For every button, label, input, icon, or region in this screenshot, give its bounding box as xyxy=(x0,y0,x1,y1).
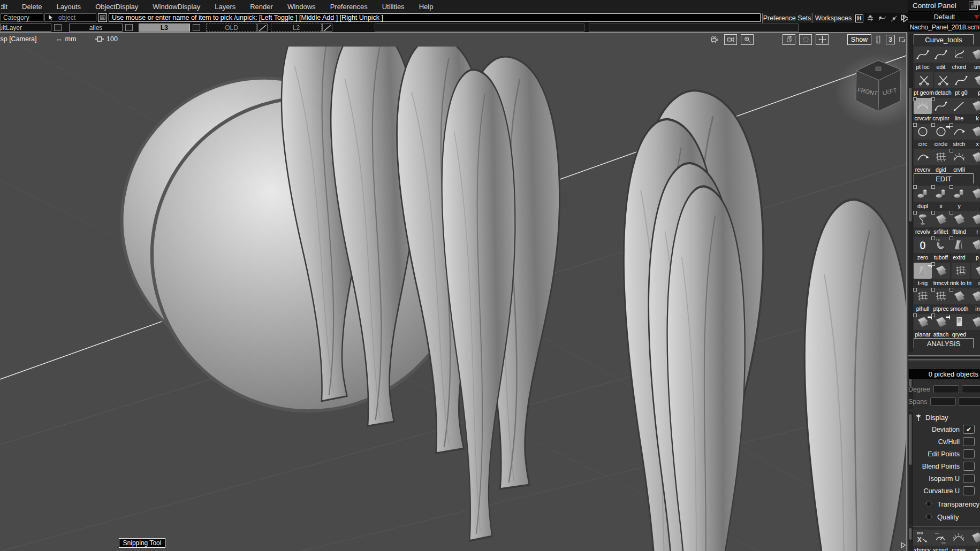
tool-pt-loc[interactable]: pt loc xyxy=(914,45,932,71)
tool-p[interactable]: p xyxy=(968,235,980,261)
tool-detach[interactable]: detach xyxy=(934,71,952,96)
preference-sets-button[interactable]: Preference Sets xyxy=(762,13,812,23)
tool-tuboff[interactable]: tuboff xyxy=(932,235,950,261)
tool-clipped[interactable] xyxy=(968,184,980,210)
spans-input-1[interactable] xyxy=(930,397,956,405)
layer-l2-visibility-icon[interactable] xyxy=(322,24,332,32)
menu-help[interactable]: Help xyxy=(419,3,434,11)
tool-x[interactable]: x xyxy=(968,528,980,551)
layer-l3-button[interactable]: L3 xyxy=(139,24,190,32)
tool-attach[interactable]: attach xyxy=(932,312,950,338)
ruler-icon[interactable] xyxy=(874,34,883,45)
tool-x[interactable]: x xyxy=(932,184,950,210)
layer-l2-button[interactable]: L2 xyxy=(271,24,322,32)
option-box-icon[interactable] xyxy=(931,288,935,292)
zoom-view-icon[interactable] xyxy=(741,34,754,45)
tool-trmcvt[interactable]: trmcvt xyxy=(932,261,950,287)
tool-x[interactable]: x xyxy=(968,122,980,148)
pan-view-icon[interactable] xyxy=(816,34,829,45)
option-box-icon[interactable] xyxy=(913,211,917,215)
tool-clipped[interactable] xyxy=(968,148,980,173)
option-box-icon[interactable] xyxy=(913,313,917,317)
option-box-icon[interactable] xyxy=(913,123,917,127)
degree-input-1[interactable] xyxy=(933,385,959,393)
tool-curva[interactable]: curva xyxy=(949,528,968,551)
option-box-icon[interactable] xyxy=(949,149,953,152)
section-transparency[interactable]: Transparency xyxy=(908,498,980,510)
show-button[interactable]: Show xyxy=(847,34,871,45)
menu-windowdisplay[interactable]: WindowDisplay xyxy=(153,3,200,11)
pick-object-box[interactable]: object xyxy=(44,13,96,22)
tool-srfillet[interactable]: srfillet xyxy=(932,210,950,235)
checkbox-edit-points[interactable] xyxy=(963,449,975,458)
corner-window-icon[interactable] xyxy=(898,35,907,44)
snap-point-icon[interactable] xyxy=(889,14,899,23)
menu-edit[interactable]: Edit xyxy=(1,3,7,11)
perspective-camera-icon[interactable] xyxy=(708,34,720,45)
tool-chord[interactable]: chord xyxy=(950,45,968,71)
view-history-icon[interactable] xyxy=(783,34,795,45)
tool-plhull[interactable]: plhull xyxy=(914,287,932,312)
tab-edit[interactable]: EDIT xyxy=(914,173,974,183)
option-box-icon[interactable] xyxy=(949,236,953,240)
toolbar-overflow-arrow-icon[interactable] xyxy=(900,14,907,21)
tool-crvcvtr[interactable]: crvcvtr xyxy=(914,96,932,122)
layer-alles-button[interactable]: alles xyxy=(69,24,123,32)
option-box-icon[interactable] xyxy=(931,211,935,215)
tool-k[interactable]: k xyxy=(968,96,980,122)
tool-cr[interactable]: cr xyxy=(971,261,980,287)
blade-object[interactable] xyxy=(804,200,906,551)
scene-canvas[interactable]: x FRONT LEFT xyxy=(0,47,906,551)
option-box-icon[interactable] xyxy=(949,288,953,292)
tool-circ[interactable]: circ xyxy=(914,122,932,148)
menu-render[interactable]: Render xyxy=(250,3,273,11)
checkbox-blend-points[interactable] xyxy=(963,462,975,471)
tool-strch[interactable]: strch xyxy=(950,122,968,148)
option-box-icon[interactable] xyxy=(913,185,917,189)
option-box-icon[interactable] xyxy=(931,262,935,266)
camera-view-icon[interactable] xyxy=(724,34,737,45)
layer-slot-2[interactable] xyxy=(589,24,799,32)
menu-delete[interactable]: Delete xyxy=(22,3,42,11)
viewport-overflow-arrow-icon[interactable] xyxy=(900,541,907,549)
layer-checkbox-1[interactable] xyxy=(54,24,62,31)
tool-ffblnd[interactable]: ffblnd xyxy=(950,210,968,235)
tool-un[interactable]: un xyxy=(968,45,980,71)
tool-scnsrf[interactable]: scnsrf xyxy=(931,528,949,551)
tool-edit[interactable]: edit xyxy=(932,45,950,71)
tool-p[interactable]: p xyxy=(970,71,980,96)
option-box-icon[interactable] xyxy=(931,123,935,127)
option-box-icon[interactable] xyxy=(913,288,917,292)
layer-old-visibility-icon[interactable] xyxy=(257,24,268,32)
tool-crvfil[interactable]: crvfil xyxy=(950,148,968,173)
tool-revcrv[interactable]: revcrv xyxy=(914,148,932,173)
preset-dropdown[interactable]: Default xyxy=(908,12,980,22)
layer-slot-1[interactable] xyxy=(375,24,584,32)
option-box-icon[interactable] xyxy=(913,97,917,101)
tool-crvplnr[interactable]: crvplnr xyxy=(932,96,950,122)
tool-planar[interactable]: planar xyxy=(914,312,932,338)
menu-utilities[interactable]: Utilities xyxy=(382,3,405,11)
tool-circle[interactable]: circle xyxy=(932,122,950,148)
option-box-icon[interactable] xyxy=(931,185,935,189)
h-frame-icon[interactable]: H xyxy=(855,14,863,22)
panel-file-dropdown[interactable]: Nacho_Panel_2018.scm xyxy=(908,22,980,32)
view-cube[interactable]: FRONT LEFT xyxy=(834,53,906,128)
tool-qryed[interactable]: qryed xyxy=(950,312,968,338)
display-header[interactable]: Display xyxy=(908,412,980,423)
option-box-icon[interactable] xyxy=(949,123,953,127)
tool-r[interactable]: r xyxy=(968,210,980,235)
tool-rink-to-tri[interactable]: rink to tri xyxy=(950,261,971,287)
tool-ptprec[interactable]: ptprec xyxy=(932,287,950,312)
blade-white-object[interactable] xyxy=(667,186,745,551)
tool-extrd[interactable]: extrd xyxy=(950,235,968,261)
section-quality[interactable]: Quality xyxy=(908,511,980,523)
menu-layouts[interactable]: Layouts xyxy=(57,3,81,11)
tool-y[interactable]: y xyxy=(950,184,968,210)
option-box-icon[interactable] xyxy=(931,97,935,101)
checkbox-cv-hull[interactable] xyxy=(963,437,975,446)
option-box-icon[interactable] xyxy=(931,313,935,317)
tool-dgid[interactable]: dgid xyxy=(932,148,950,173)
tool-dupl[interactable]: dupl xyxy=(914,184,932,210)
snap-grid-icon[interactable] xyxy=(865,14,875,23)
